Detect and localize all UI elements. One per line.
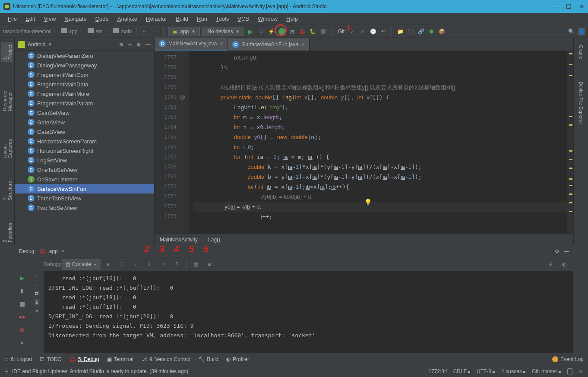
locate-button[interactable]: ⊕	[119, 41, 123, 48]
step-out-button[interactable]: ↑	[157, 259, 170, 270]
more-button[interactable]: »	[17, 338, 27, 348]
close-tab-icon[interactable]: ✕	[219, 41, 223, 47]
maximize-button[interactable]: ☐	[566, 3, 572, 10]
intention-bulb-icon[interactable]: 💡	[364, 199, 372, 206]
menu-navigate[interactable]: Navigate	[61, 14, 90, 24]
sdk-manager-button[interactable]: ⬛	[407, 28, 414, 35]
run-config-combo[interactable]: ▣ app ▼	[168, 27, 200, 36]
hide-panel-button[interactable]: —	[145, 41, 151, 48]
bottom-tab-build[interactable]: 🔨Build	[198, 356, 218, 362]
tree-item[interactable]: OnSaveListener	[15, 174, 154, 184]
tree-item[interactable]: DialogViewPassageway	[15, 60, 154, 70]
bottom-tab----version-control[interactable]: ⎇9: Version Control	[141, 356, 190, 362]
menu-tools[interactable]: Tools	[212, 14, 232, 24]
project-structure-button[interactable]: ⬢	[427, 28, 435, 35]
bottom-tab----logcat[interactable]: ≣6: Logcat	[4, 356, 32, 362]
rerun-button[interactable]: ↻	[257, 28, 265, 35]
tree-item[interactable]: SurfaceViewSinFun	[15, 184, 154, 193]
breadcrumb-item[interactable]: main	[113, 28, 132, 35]
tree-item[interactable]: HorizontalScreenParam	[15, 136, 154, 146]
menu-edit[interactable]: Edit	[22, 14, 38, 24]
settings-gear-icon[interactable]: ⚙	[555, 248, 560, 254]
tree-item[interactable]: OneTabSetView	[15, 165, 154, 174]
bottom-tab-profiler[interactable]: ◐Profiler	[226, 356, 249, 362]
coverage-button[interactable]: ⬔	[288, 28, 296, 35]
project-tree[interactable]: DialogViewParamZeroDialogViewPassagewayF…	[15, 51, 154, 245]
collapse-all-button[interactable]: ≑	[128, 41, 132, 48]
menu-build[interactable]: Build	[172, 14, 192, 24]
side-tab----project[interactable]: 1: Project	[1, 42, 13, 62]
up-button[interactable]: ↑	[35, 273, 38, 279]
editor-tab[interactable]: MainNewActivity.java✕	[155, 38, 228, 51]
profile-button[interactable]: 🐞	[299, 28, 307, 35]
menu-window[interactable]: Window	[254, 14, 281, 24]
evaluate-button[interactable]: ≅	[203, 259, 216, 270]
tree-item[interactable]: ThreeTabSetView	[15, 193, 154, 203]
avd-manager-button[interactable]: 📁	[396, 28, 404, 35]
bottom-tab-terminal[interactable]: ▣Terminal	[107, 356, 133, 362]
side-tab----favorites[interactable]: 2: Favorites	[1, 220, 13, 245]
apply-changes-button[interactable]: ⚡	[268, 28, 275, 35]
commit-button[interactable]: ✓	[359, 28, 367, 35]
tree-item[interactable]: FragementMainData	[15, 79, 154, 89]
attach-debugger-button[interactable]: 🐛	[309, 28, 317, 35]
down-button[interactable]: ↓	[35, 282, 38, 288]
mute-breakpoints-button[interactable]: ⊘	[17, 325, 27, 335]
step-over-button[interactable]: ⤴	[115, 259, 128, 270]
layout-settings-button[interactable]: ⊞	[544, 259, 557, 270]
readonly-lock-icon[interactable]	[567, 368, 572, 374]
project-view-label[interactable]: Android	[28, 41, 45, 48]
sync-button[interactable]: 🔗	[417, 28, 425, 35]
crumb-method[interactable]: Lag()	[208, 237, 220, 243]
cursor-position[interactable]: 1772:34	[428, 368, 447, 374]
nav-forward-button[interactable]: →	[151, 28, 159, 35]
stop-button[interactable]	[17, 299, 27, 309]
file-encoding[interactable]: UTF-8≑	[477, 368, 495, 374]
soft-wrap-button[interactable]: ⇄	[35, 290, 39, 296]
search-everywhere-button[interactable]: 🔍	[567, 28, 575, 35]
menu-analyze[interactable]: Analyze	[114, 14, 141, 24]
rerun-button[interactable]: ▶	[17, 273, 27, 283]
code-area[interactable]: return y0; }*/ //拉格朗日算法 传入测量点X轴坐标数组x[]和Y…	[189, 51, 567, 234]
close-tab-icon[interactable]: ✕	[301, 42, 305, 48]
tree-item[interactable]: HorizontalScreenRight	[15, 146, 154, 155]
tree-item[interactable]: DialogViewParamZero	[15, 51, 154, 60]
run-to-cursor-button[interactable]: ▦	[189, 259, 202, 270]
git-branch[interactable]: Git: master≑	[532, 368, 561, 374]
close-session-icon[interactable]: ✕	[61, 249, 65, 253]
tree-item[interactable]: LogSetView	[15, 155, 154, 165]
user-icon[interactable]: 👤	[578, 28, 585, 35]
line-separator[interactable]: CRLF≑	[453, 368, 471, 374]
menu-refactor[interactable]: Refactor	[142, 14, 171, 24]
line-gutter[interactable]: 1757 1758 1759 1760 1761 @ 1762 1763 176…	[155, 51, 189, 234]
menu-file[interactable]: File	[4, 14, 20, 24]
menu-view[interactable]: View	[40, 14, 59, 24]
error-stripe[interactable]	[567, 51, 573, 234]
settings-gear-icon[interactable]: ⚙	[136, 41, 141, 48]
side-tab-resource-manager[interactable]: Resource Manager	[1, 79, 13, 114]
indent-setting[interactable]: 4 spaces≑	[501, 368, 526, 374]
inspector-icon[interactable]: ☺	[579, 368, 584, 374]
tree-item[interactable]: GateAView	[15, 117, 154, 127]
status-message[interactable]: IDE and Plugin Updates: Android Studio i…	[12, 368, 188, 374]
console-tab[interactable]: ▤Console→	[62, 259, 101, 270]
stop-button[interactable]	[319, 28, 327, 35]
tree-item[interactable]: GainSetView	[15, 108, 154, 117]
debug-button[interactable]	[278, 28, 286, 35]
menu-help[interactable]: Help	[283, 14, 301, 24]
side-tab-gradle[interactable]: Gradle	[578, 42, 585, 62]
more-button[interactable]: »	[35, 307, 38, 314]
crumb-class[interactable]: MainNewActivity	[160, 237, 198, 243]
side-tab----structure[interactable]: 7: Structure	[1, 178, 13, 203]
breadcrumb-item[interactable]: app	[61, 28, 77, 35]
bottom-tab----debug[interactable]: 🐞5: Debug	[70, 356, 99, 362]
tree-item[interactable]: TwoTabSetView	[15, 203, 154, 212]
force-step-into-button[interactable]: ⇓	[143, 259, 156, 270]
chevron-down-icon[interactable]: ▼	[48, 42, 52, 47]
menu-run[interactable]: Run	[193, 14, 211, 24]
close-button[interactable]: ✕	[579, 3, 585, 10]
menu-vcs[interactable]: VCS	[234, 14, 253, 24]
tree-item[interactable]: FragementMainMore	[15, 89, 154, 98]
event-log-button[interactable]: Event Log	[552, 356, 584, 362]
status-icon[interactable]: ⊟	[4, 368, 9, 374]
